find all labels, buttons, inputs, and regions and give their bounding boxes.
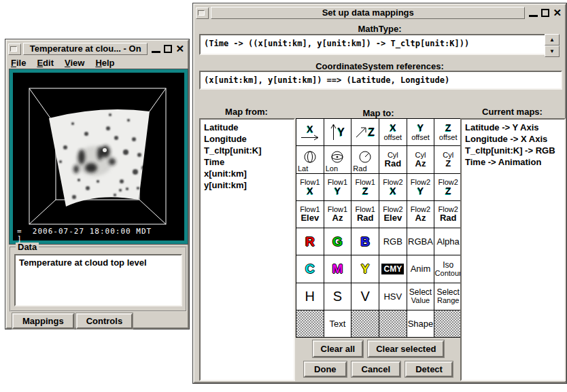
- mapto-cell-flow1-y[interactable]: Flow1Y: [324, 174, 351, 200]
- cancel-button[interactable]: Cancel: [351, 361, 401, 377]
- current-maps-label: Current maps:: [460, 107, 564, 117]
- maximize-icon[interactable]: [541, 9, 549, 17]
- menu-item-edit[interactable]: Edit: [37, 58, 54, 68]
- window-menu-icon[interactable]: [196, 7, 209, 19]
- mapto-cell-y-offset[interactable]: Yoffset: [407, 119, 434, 145]
- mapto-cell-disabled: [351, 310, 379, 337]
- data-group: Data Temperature at cloud top level: [10, 247, 187, 312]
- mapto-cell-z[interactable]: Z: [351, 119, 379, 145]
- mapto-cell-select-range[interactable]: SelectRange: [434, 283, 462, 310]
- coordsys-field[interactable]: (x[unit:km], y[unit:km]) ==> (Latitude, …: [199, 71, 562, 90]
- maximize-icon[interactable]: [164, 45, 172, 53]
- mapto-cell-flow1-x[interactable]: Flow1X: [296, 174, 324, 200]
- mapto-cell-rad[interactable]: Rad: [351, 146, 379, 173]
- minimize-icon[interactable]: [152, 51, 160, 53]
- close-icon[interactable]: ✕: [175, 43, 184, 54]
- mapto-cell-c[interactable]: C: [296, 255, 324, 282]
- dialog-window-controls: ✕: [527, 7, 564, 18]
- viewer-window-controls: ✕: [150, 43, 186, 54]
- mapto-cell-cmy[interactable]: CMY: [379, 255, 407, 282]
- mapto-cell-flow2-elev[interactable]: Flow2Elev: [379, 201, 407, 228]
- map-from-list[interactable]: LatitudeLongitudeT_cltp[unit:K]Timex[uni…: [199, 118, 295, 381]
- mathtype-field[interactable]: (Time -> ((x[unit:km], y[unit:km]) -> T_…: [199, 34, 546, 55]
- mapto-cell-flow1-rad[interactable]: Flow1Rad: [351, 201, 379, 228]
- mapto-cell-rgba[interactable]: RGBA: [407, 228, 434, 255]
- list-item[interactable]: Longitude -> X Axis: [465, 133, 561, 145]
- list-item[interactable]: Longitude: [204, 133, 290, 145]
- close-icon[interactable]: ✕: [553, 7, 562, 18]
- list-item[interactable]: Latitude -> Y Axis: [465, 122, 561, 133]
- mapto-cell-anim[interactable]: Anim: [407, 255, 434, 282]
- minimize-icon[interactable]: [529, 15, 538, 17]
- mapto-cell-shape[interactable]: Shape: [407, 310, 434, 337]
- menu-bar: FileEditViewHelp: [11, 58, 126, 69]
- scroll-down-icon[interactable]: ▼: [545, 46, 560, 57]
- mapto-cell-b[interactable]: B: [351, 228, 379, 255]
- map-to-label: Map to:: [296, 108, 461, 118]
- menu-item-help[interactable]: Help: [95, 58, 114, 68]
- list-item[interactable]: Latitude: [204, 122, 290, 133]
- mapto-cell-flow2-x[interactable]: Flow2X: [379, 174, 407, 200]
- mapto-cell-flow1-z[interactable]: Flow1Z: [351, 174, 379, 200]
- viewer-titlebar: Temperature at clou... - On ✕: [8, 42, 186, 56]
- action-button-row: Done Cancel Detect: [296, 361, 461, 377]
- mapto-cell-z-offset[interactable]: Zoffset: [434, 119, 462, 145]
- map-to-grid: XYZXoffsetYoffsetZoffsetLatLonRadCylRadC…: [296, 118, 462, 338]
- data-group-title: Data: [16, 243, 39, 252]
- scroll-up-icon[interactable]: ▲: [545, 34, 560, 46]
- clear-selected-button[interactable]: Clear selected: [368, 340, 444, 357]
- mapto-cell-lon[interactable]: Lon: [324, 146, 351, 173]
- list-item[interactable]: T_cltp[unit:K]: [204, 145, 290, 156]
- mapto-cell-flow2-z[interactable]: Flow2Z: [434, 174, 462, 200]
- controls-button[interactable]: Controls: [76, 313, 133, 329]
- mapto-cell-x[interactable]: X: [296, 119, 324, 145]
- mapto-cell-r[interactable]: R: [296, 228, 324, 255]
- mapto-cell-flow2-y[interactable]: Flow2Y: [407, 174, 434, 200]
- window-menu-icon[interactable]: [8, 43, 21, 55]
- mapto-cell-iso-contour[interactable]: IsoContour: [434, 255, 462, 282]
- mapto-cell-y[interactable]: Y: [351, 255, 379, 282]
- mapto-cell-m[interactable]: M: [324, 255, 351, 282]
- mapto-cell-alpha[interactable]: Alpha: [434, 228, 462, 255]
- mapto-cell-text[interactable]: Text: [324, 310, 351, 337]
- viewer-buttons: Mappings Controls: [12, 313, 133, 329]
- menu-item-file[interactable]: File: [11, 58, 26, 68]
- mapto-cell-flow1-az[interactable]: Flow1Az: [324, 201, 351, 228]
- mapto-cell-v[interactable]: V: [351, 283, 379, 310]
- list-item[interactable]: T_cltp[unit:K] -> RGB: [465, 145, 561, 156]
- clear-button-row: Clear all Clear selected: [296, 340, 461, 357]
- mapto-cell-g[interactable]: G: [324, 228, 351, 255]
- data-description-field[interactable]: Temperature at cloud top level: [14, 254, 182, 306]
- done-button[interactable]: Done: [304, 361, 347, 377]
- mapto-cell-select-value[interactable]: SelectValue: [407, 283, 434, 310]
- mapto-cell-hsv[interactable]: HSV: [379, 283, 407, 310]
- mapto-cell-h[interactable]: H: [296, 283, 324, 310]
- current-maps-list[interactable]: Latitude -> Y AxisLongitude -> X AxisT_c…: [460, 118, 566, 381]
- mapto-cell-disabled: [379, 310, 407, 337]
- menu-item-view[interactable]: View: [65, 58, 84, 68]
- dialog-title: Set up data mappings: [211, 7, 525, 19]
- 3d-view-canvas[interactable]: = 2006-07-27 18:00:00 MDT ]: [10, 69, 188, 244]
- 3d-wireframe-plot: [13, 73, 184, 240]
- mapto-cell-lat[interactable]: Lat: [296, 146, 324, 173]
- mapto-cell-x-offset[interactable]: Xoffset: [379, 119, 407, 145]
- mapto-cell-cyl-rad[interactable]: CylRad: [379, 146, 407, 173]
- detect-button[interactable]: Detect: [405, 361, 453, 377]
- mapto-cell-rgb[interactable]: RGB: [379, 228, 407, 255]
- mapto-cell-cyl-z[interactable]: CylZ: [434, 146, 462, 173]
- mapto-cell-flow2-az[interactable]: Flow2Az: [407, 201, 434, 228]
- mapto-cell-y[interactable]: Y: [324, 119, 351, 145]
- clear-all-button[interactable]: Clear all: [313, 340, 364, 357]
- viewer-window: Temperature at clou... - On ✕ FileEditVi…: [5, 39, 189, 329]
- list-item[interactable]: Time: [204, 156, 290, 168]
- list-item[interactable]: Time -> Animation: [465, 156, 561, 168]
- mapto-cell-disabled: [434, 310, 462, 337]
- mappings-button[interactable]: Mappings: [12, 313, 74, 329]
- list-item[interactable]: y[unit:km]: [204, 179, 290, 191]
- list-item[interactable]: x[unit:km]: [204, 168, 290, 179]
- mapto-cell-cyl-az[interactable]: CylAz: [407, 146, 434, 173]
- mapto-cell-flow1-elev[interactable]: Flow1Elev: [296, 201, 324, 228]
- mapto-cell-flow2-rad[interactable]: Flow2Rad: [434, 201, 462, 228]
- mapto-cell-s[interactable]: S: [324, 283, 351, 310]
- viewer-window-title: Temperature at clou... - On: [23, 43, 148, 55]
